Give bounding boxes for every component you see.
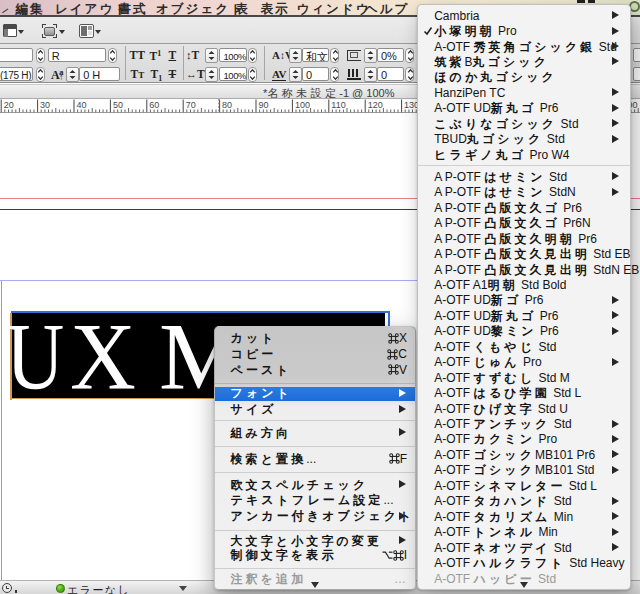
svg-text:40: 40: [77, 100, 87, 110]
svg-text:120: 120: [368, 100, 383, 110]
svg-text:60: 60: [149, 100, 159, 110]
svg-text:100: 100: [295, 100, 310, 110]
svg-text:20: 20: [4, 100, 14, 110]
svg-text:50: 50: [113, 100, 123, 110]
svg-text:90: 90: [259, 100, 269, 110]
svg-text:30: 30: [40, 100, 50, 110]
svg-text:70: 70: [186, 100, 196, 110]
svg-text:80: 80: [222, 100, 232, 110]
svg-text:110: 110: [331, 100, 345, 110]
